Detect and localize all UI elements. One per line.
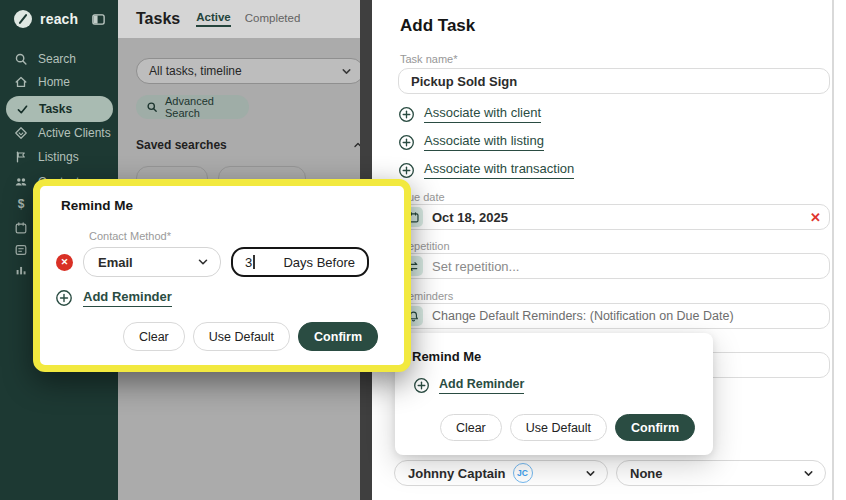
add-task-panel: Add Task Task name* Associate with clien… [372, 0, 846, 500]
brand-name: reach [40, 11, 78, 27]
confirm-button[interactable]: Confirm [298, 322, 378, 351]
task-filter-value: All tasks, timeline [149, 64, 242, 78]
chevron-down-icon [584, 467, 597, 480]
plus-circle-icon [413, 377, 430, 394]
sidebar-item-label: Active Clients [38, 126, 111, 140]
associate-listing-link[interactable]: Associate with listing [398, 133, 544, 151]
people-icon [14, 175, 28, 189]
remind-me-popup-title: Remind Me [412, 349, 481, 364]
note-icon [14, 243, 28, 257]
sidebar-item-active-clients[interactable]: Active Clients [14, 126, 111, 140]
chevron-down-icon [340, 65, 353, 78]
tab-active[interactable]: Active [196, 11, 231, 27]
secondary-dropdown[interactable]: None [616, 460, 826, 486]
tab-completed[interactable]: Completed [245, 12, 301, 26]
remind-me-modal-highlighted: Remind Me Contact Method* ✕ Email 3 Days… [33, 179, 411, 372]
calendar-icon [14, 221, 28, 235]
task-name-input[interactable] [411, 74, 821, 89]
home-icon [14, 75, 28, 89]
dollar-icon: $ [14, 197, 28, 211]
clear-date-icon[interactable]: ✕ [810, 210, 821, 225]
add-reminder-label: Add Reminder [83, 289, 172, 307]
associate-client-label: Associate with client [424, 105, 541, 123]
add-reminder-link[interactable]: Add Reminder [413, 377, 524, 394]
add-reminder-label: Add Reminder [439, 377, 524, 394]
assignee-avatar: JC [513, 463, 533, 483]
search-icon [14, 52, 28, 66]
collapse-sidebar-icon[interactable] [91, 12, 106, 27]
confirm-button[interactable]: Confirm [615, 414, 695, 441]
add-task-title: Add Task [400, 16, 475, 36]
app-window: reach Search Home Tasks Active Clients L… [0, 0, 846, 500]
contact-method-label: Contact Method* [89, 230, 171, 242]
error-remove-icon[interactable]: ✕ [56, 254, 73, 271]
assignee-dropdown[interactable]: Johnny Captain JC [394, 460, 608, 486]
sidebar-item-label: Home [38, 75, 70, 89]
reach-logo-icon [14, 10, 32, 28]
tasks-panel-header: Tasks Active Completed [118, 0, 372, 38]
chevron-down-icon [802, 467, 815, 480]
brand-row: reach [0, 0, 118, 38]
use-default-button[interactable]: Use Default [193, 322, 290, 351]
task-name-label: Task name* [400, 53, 457, 65]
reminders-placeholder: Change Default Reminders: (Notification … [432, 309, 734, 323]
due-date-value: Oct 18, 2025 [432, 210, 508, 225]
plus-circle-icon [398, 106, 415, 123]
advanced-search-label: Advanced Search [165, 95, 249, 119]
secondary-dropdown-value: None [630, 466, 663, 481]
associate-transaction-label: Associate with transaction [424, 161, 574, 179]
saved-searches-label: Saved searches [136, 138, 227, 152]
clear-button[interactable]: Clear [123, 322, 185, 351]
panel-scrollbar[interactable] [832, 0, 834, 500]
repetition-field[interactable]: Set repetition... [398, 253, 830, 279]
chevron-down-icon [196, 255, 210, 269]
remind-me-popup: Remind Me Add Reminder Clear Use Default… [395, 333, 713, 455]
plus-circle-icon [398, 134, 415, 151]
sidebar-item-tasks-selected[interactable]: Tasks [6, 96, 113, 122]
clear-button[interactable]: Clear [440, 414, 502, 441]
assignee-value: Johnny Captain [408, 466, 506, 481]
days-before-suffix: Days Before [283, 255, 355, 270]
advanced-search-button[interactable]: Advanced Search [136, 95, 249, 119]
days-before-value: 3 [245, 255, 252, 270]
active-clients-icon [14, 126, 28, 140]
use-default-button[interactable]: Use Default [510, 414, 607, 441]
plus-circle-icon [55, 289, 73, 307]
plus-circle-icon [398, 162, 415, 179]
associate-transaction-link[interactable]: Associate with transaction [398, 161, 574, 179]
tasks-panel-title: Tasks [136, 10, 180, 28]
sidebar-item-search[interactable]: Search [14, 52, 76, 66]
contact-method-value: Email [98, 255, 133, 270]
remind-me-modal-title: Remind Me [61, 198, 133, 213]
contact-method-dropdown[interactable]: Email [83, 247, 221, 277]
repetition-placeholder: Set repetition... [432, 259, 519, 274]
search-icon [146, 101, 158, 113]
text-caret [253, 255, 255, 269]
add-reminder-link[interactable]: Add Reminder [55, 289, 172, 307]
reminders-field[interactable]: Change Default Reminders: (Notification … [398, 303, 830, 329]
due-date-field[interactable]: Oct 18, 2025 ✕ [398, 204, 830, 230]
sidebar-item-label: Tasks [39, 102, 72, 116]
task-filter-dropdown[interactable]: All tasks, timeline [136, 58, 364, 84]
task-name-field[interactable] [398, 68, 830, 94]
bar-chart-icon [14, 263, 28, 277]
sidebar-item-home[interactable]: Home [14, 75, 70, 89]
associate-listing-label: Associate with listing [424, 133, 544, 151]
sidebar-item-label: Listings [38, 150, 79, 164]
sidebar-item-label: Search [38, 52, 76, 66]
check-icon [15, 103, 29, 116]
sidebar-item-listings[interactable]: Listings [14, 150, 79, 164]
days-before-input[interactable]: 3 Days Before [231, 247, 369, 277]
flag-icon [14, 150, 28, 164]
saved-searches-row[interactable]: Saved searches [136, 138, 364, 152]
associate-client-link[interactable]: Associate with client [398, 105, 541, 123]
